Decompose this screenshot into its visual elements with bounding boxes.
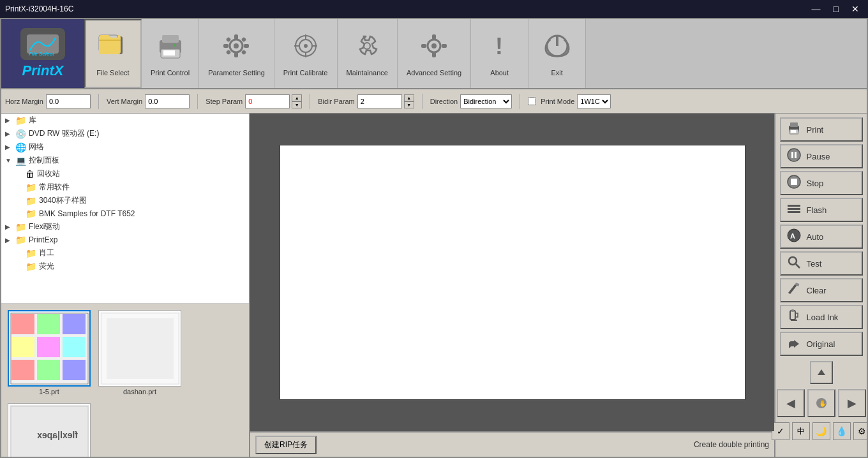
tree-label-yingguang: 荧光	[39, 261, 54, 272]
toolbar: File Select PrintX File Select	[1, 19, 867, 89]
print-button[interactable]: Print	[780, 117, 863, 142]
tree-item-ku[interactable]: ▶ 📁 库	[1, 114, 249, 127]
stop-ctrl-label: Stop	[807, 179, 824, 188]
nav-print-calibrate[interactable]: Print Calibrate	[274, 19, 338, 88]
folder-icon-flexi: 📁	[15, 222, 26, 232]
bidir-param-input[interactable]	[357, 94, 402, 108]
step-param-input[interactable]	[245, 94, 290, 108]
svg-rect-12	[234, 52, 238, 57]
nav-left-button[interactable]: ◀	[777, 389, 805, 417]
svg-rect-45	[788, 205, 800, 207]
horz-margin-input[interactable]	[46, 94, 91, 108]
load-ink-ctrl-label: Load Ink	[807, 313, 839, 322]
test-button[interactable]: Test	[780, 251, 863, 276]
nav-parameter-setting[interactable]: Parameter Setting	[199, 19, 274, 88]
thumb-item-1[interactable]: dashan.prt	[97, 309, 183, 397]
stop-ctrl-icon	[786, 174, 802, 193]
thumb-item-0[interactable]: 1-5.prt	[6, 309, 92, 397]
drop-bottom-icon[interactable]: 💧	[833, 422, 851, 440]
chinese-bottom-icon[interactable]: 中	[792, 422, 810, 440]
nav-right-button[interactable]: ▶	[838, 389, 866, 417]
parameter-setting-label: Parameter Setting	[208, 69, 265, 77]
svg-rect-41	[791, 152, 793, 158]
tree-label-xiaogong: 肖工	[39, 247, 54, 258]
clear-button[interactable]: Clear	[780, 278, 863, 302]
print-ctrl-label: Print	[807, 125, 824, 135]
bidir-down-btn[interactable]: ▼	[404, 101, 414, 108]
minimize-button[interactable]: —	[808, 3, 825, 15]
tree-item-common-software[interactable]: 📁 常用软件	[1, 181, 249, 194]
tree-item-3040[interactable]: 📁 3040杯子样图	[1, 194, 249, 207]
svg-rect-37	[790, 122, 798, 127]
tree-label-ku: 库	[29, 115, 36, 126]
double-print-text: Create double printing	[694, 440, 769, 449]
nav-maintainance[interactable]: Maintainance	[338, 19, 398, 88]
bidir-up-btn[interactable]: ▲	[404, 94, 414, 101]
flash-ctrl-label: Flash	[807, 205, 827, 215]
print-mode-select[interactable]: 1W1C 2W1C 4W1C	[577, 94, 611, 108]
tree-arrow-network: ▶	[5, 144, 13, 151]
svg-rect-53	[790, 311, 795, 320]
print-area: 创建RIP任务 Create double printing	[250, 114, 774, 457]
step-param-group: Step Param ▲ ▼	[206, 94, 302, 108]
settings-bottom-icon[interactable]: ⚙	[853, 422, 867, 440]
svg-text:A: A	[790, 232, 795, 240]
nav-exit[interactable]: Exit	[528, 19, 586, 88]
tree-label-dvd: DVD RW 驱动器 (E:)	[29, 128, 99, 139]
direction-select[interactable]: Bidirection Unidirection	[460, 94, 512, 108]
tree-item-yingguang[interactable]: 📁 荧光	[1, 260, 249, 273]
right-panel: Print Pause	[774, 114, 867, 457]
tree-item-dvd[interactable]: ▶ 💿 DVD RW 驱动器 (E:)	[1, 127, 249, 140]
svg-point-26	[364, 43, 370, 49]
original-ctrl-label: Original	[807, 339, 835, 349]
stop-button[interactable]: Stop	[780, 171, 863, 195]
moon-bottom-icon[interactable]: 🌙	[812, 422, 830, 440]
tree-item-flexi[interactable]: ▶ 📁 Flexi驱动	[1, 220, 249, 233]
auto-button[interactable]: A Auto	[780, 225, 863, 249]
tree-label-3040: 3040杯子样图	[39, 195, 87, 206]
nav-file-select[interactable]: File Select	[84, 19, 142, 88]
tree-label-common-software: 常用软件	[39, 182, 70, 193]
tree-label-printexp: PrintExp	[29, 235, 57, 244]
scroll-up-button[interactable]	[810, 361, 833, 384]
direction-group: Direction Bidirection Unidirection	[430, 94, 512, 108]
maximize-button[interactable]: □	[830, 3, 842, 15]
tree-item-xiaogong[interactable]: 📁 肖工	[1, 246, 249, 260]
nav-about[interactable]: ! About	[471, 19, 528, 88]
svg-rect-29	[432, 34, 436, 40]
print-canvas	[280, 145, 745, 400]
vert-margin-input[interactable]	[145, 94, 190, 108]
tree-item-network[interactable]: ▶ 🌐 网络	[1, 140, 249, 154]
step-down-btn[interactable]: ▼	[292, 101, 302, 108]
thumb-item-2[interactable]: flexl|apex	[6, 402, 92, 457]
folder-icon-3040: 📁	[26, 196, 36, 206]
load-ink-button[interactable]: Load Ink	[780, 305, 863, 329]
step-up-btn[interactable]: ▲	[292, 94, 302, 101]
create-rip-button[interactable]: 创建RIP任务	[255, 436, 317, 454]
print-ctrl-icon	[786, 121, 802, 139]
tree-item-recycle[interactable]: 🗑 回收站	[1, 167, 249, 181]
close-button[interactable]: ✕	[848, 3, 863, 15]
advanced-setting-label: Advanced Setting	[407, 69, 461, 77]
tree-item-bmk[interactable]: 📁 BMK Samples for DTF T652	[1, 207, 249, 220]
print-calibrate-icon	[290, 31, 322, 66]
tree-arrow-control-panel: ▼	[5, 157, 13, 164]
nav-advanced-setting[interactable]: Advanced Setting	[398, 19, 471, 88]
step-param-spinner: ▲ ▼	[292, 94, 302, 108]
step-param-label: Step Param	[206, 98, 243, 105]
svg-text:✋: ✋	[819, 399, 827, 408]
tree-label-recycle: 回收站	[37, 168, 60, 179]
tree-label-network: 网络	[29, 142, 44, 152]
tree-item-printexp[interactable]: ▶ 📁 PrintExp	[1, 233, 249, 246]
dvd-icon: 💿	[15, 129, 26, 139]
flash-button[interactable]: Flash	[780, 198, 863, 222]
tree-item-control-panel[interactable]: ▼ 💻 控制面板	[1, 154, 249, 167]
thumb-box-0	[8, 310, 91, 387]
print-mode-checkbox[interactable]	[528, 97, 536, 105]
original-button[interactable]: Original	[780, 332, 863, 356]
svg-point-50	[789, 257, 797, 265]
nav-center-button[interactable]: ✋	[807, 389, 835, 417]
pause-button[interactable]: Pause	[780, 144, 863, 168]
svg-line-51	[796, 264, 800, 268]
nav-print-control[interactable]: Print Control	[142, 19, 199, 88]
